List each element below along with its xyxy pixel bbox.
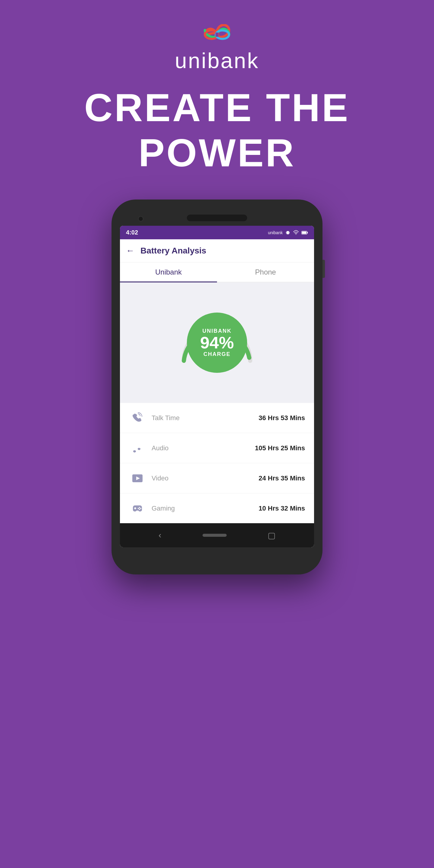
tab-phone[interactable]: Phone (217, 262, 314, 282)
status-icons: unibank (268, 230, 308, 236)
app-title: Battery Analysis (141, 246, 206, 255)
home-nav-button[interactable] (203, 534, 227, 537)
stat-value-talktime: 36 Hrs 53 Mins (258, 414, 305, 422)
phone-wrapper: 4:02 unibank (0, 199, 434, 575)
stat-value-audio: 105 Hrs 25 Mins (255, 444, 305, 452)
stats-list: Talk Time 36 Hrs 53 Mins Audio 105 Hrs 2… (120, 403, 314, 523)
battery-charge-label: CHARGE (204, 351, 230, 358)
svg-rect-2 (216, 33, 218, 37)
front-camera (138, 216, 144, 221)
side-button (322, 260, 325, 278)
svg-point-16 (140, 508, 141, 509)
svg-rect-3 (287, 231, 289, 234)
back-nav-icon[interactable]: ‹ (158, 530, 161, 540)
bottom-nav: ‹ ▢ (120, 523, 314, 547)
battery-percent: 94% (200, 334, 234, 351)
phone-top-bar (120, 209, 314, 226)
svg-point-15 (138, 508, 139, 509)
svg-point-14 (139, 507, 140, 508)
logo-container: unibank (175, 24, 259, 73)
svg-rect-9 (302, 231, 306, 234)
status-bar: 4:02 unibank (120, 226, 314, 239)
logo-text: unibank (175, 48, 259, 73)
gaming-icon (129, 500, 146, 517)
stat-name-talktime: Talk Time (152, 414, 258, 422)
stat-name-video: Video (152, 474, 258, 482)
phone-icon (129, 410, 146, 426)
svg-rect-5 (289, 232, 290, 234)
battery-gauge: UNIBANK 94% CHARGE (175, 301, 259, 385)
speaker-grille (187, 215, 247, 221)
music-icon (129, 440, 146, 456)
stat-row-talktime: Talk Time 36 Hrs 53 Mins (120, 403, 314, 433)
stat-value-gaming: 10 Hrs 32 Mins (258, 504, 305, 513)
svg-point-6 (296, 234, 296, 235)
header: unibank CREATE THE POWER (0, 0, 434, 199)
stat-name-audio: Audio (152, 444, 255, 452)
battery-area: UNIBANK 94% CHARGE (120, 282, 314, 403)
phone-mockup: 4:02 unibank (112, 199, 322, 575)
phone-chin (120, 547, 314, 559)
video-icon (129, 470, 146, 487)
battery-circle: UNIBANK 94% CHARGE (187, 313, 247, 373)
tabs-container: Unibank Phone (120, 262, 314, 282)
wifi-icon (293, 230, 299, 236)
stat-row-audio: Audio 105 Hrs 25 Mins (120, 433, 314, 463)
app-header: ← Battery Analysis (120, 239, 314, 262)
stat-row-gaming: Gaming 10 Hrs 32 Mins (120, 493, 314, 523)
svg-rect-13 (135, 507, 135, 509)
stat-row-video: Video 24 Hrs 35 Mins (120, 463, 314, 493)
stat-name-gaming: Gaming (152, 504, 258, 513)
screen: 4:02 unibank (120, 226, 314, 547)
status-app-name: unibank (268, 230, 283, 235)
unibank-logo-icon (199, 24, 235, 45)
svg-rect-4 (286, 232, 287, 234)
svg-rect-8 (307, 232, 308, 233)
stat-value-video: 24 Hrs 35 Mins (258, 474, 305, 482)
battery-icon (301, 230, 308, 235)
back-button[interactable]: ← (126, 246, 134, 255)
tab-unibank[interactable]: Unibank (120, 262, 217, 282)
vibrate-icon (285, 230, 290, 236)
square-nav-icon[interactable]: ▢ (268, 530, 276, 540)
svg-point-17 (139, 509, 140, 510)
tagline: CREATE THE POWER (0, 85, 434, 176)
status-time: 4:02 (126, 229, 138, 236)
